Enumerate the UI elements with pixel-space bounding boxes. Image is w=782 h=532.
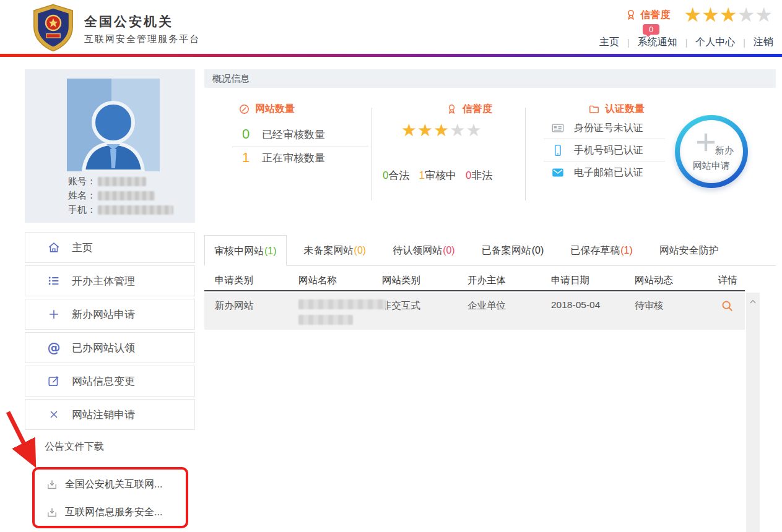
- overview-panel-title: 概况信息: [204, 69, 776, 88]
- site-header: 全国公安机关 互联网安全管理服务平台 信誉度 ★★★★★ 0 主页 | 系统通知…: [0, 0, 782, 57]
- sidebar-item-claim-site[interactable]: @ 已办网站认领: [25, 332, 195, 363]
- sidebar-item-site-cancel-apply[interactable]: 网站注销申请: [25, 399, 195, 430]
- mail-icon: [551, 166, 566, 179]
- new-site-apply-button-face: 新办 网站申请: [680, 120, 743, 183]
- at-icon: @: [46, 340, 61, 355]
- credit-stats: 0合法 1审核中 0非法: [383, 168, 492, 182]
- tab-in-review-sites[interactable]: 审核中网站(1): [204, 235, 287, 266]
- org-name: 全国公安机关: [84, 13, 200, 30]
- new-site-button-line1: 新办: [715, 145, 734, 157]
- account-label: 账号：: [68, 176, 96, 187]
- header-credit: 信誉度 ★★★★★: [625, 6, 773, 24]
- main-panel: 概况信息 网站数量 0 已经审核数量 1 正在审核数量: [204, 69, 776, 532]
- overview-section: 网站数量 0 已经审核数量 1 正在审核数量 信誉度 ★★★★★ 0合法: [204, 88, 776, 219]
- platform-title: 全国公安机关 互联网安全管理服务平台: [84, 13, 200, 45]
- col-apply-date: 申请日期: [551, 274, 635, 287]
- tab-saved-drafts[interactable]: 已保存草稿(1): [561, 235, 642, 266]
- sidebar-item-sponsor-management[interactable]: 开办主体管理: [25, 265, 195, 296]
- credit-label: 信誉度: [641, 9, 671, 22]
- nav-system-notice[interactable]: 系统通知: [638, 36, 677, 49]
- downloads-title: 公告文件下载: [45, 440, 195, 453]
- cell-sponsor: 企业单位: [467, 299, 551, 330]
- search-icon: [721, 299, 734, 313]
- cell-status: 待审核: [635, 299, 718, 330]
- reviewed-count-value: 0: [238, 126, 253, 142]
- profile-fields: 账号： 姓名： 手机：: [68, 174, 173, 217]
- close-icon: [46, 407, 61, 422]
- profile-name-row: 姓名：: [68, 189, 173, 203]
- col-site-name: 网站名称: [298, 274, 382, 287]
- sidebar-item-label: 主页: [72, 241, 93, 255]
- col-detail: 详情: [718, 274, 745, 287]
- column-divider: [371, 108, 372, 200]
- download-link-label: 全国公安机关互联网...: [65, 478, 162, 491]
- col-apply-type: 申请类别: [215, 274, 298, 287]
- col-site-status: 网站动态: [635, 274, 718, 287]
- edit-icon: [46, 374, 61, 388]
- sidebar-item-site-info-change[interactable]: 网站信息变更: [25, 366, 195, 397]
- in-review-count: 1审核中: [419, 168, 456, 182]
- nav-separator: |: [685, 38, 688, 48]
- sidebar-item-label: 已办网站认领: [72, 341, 135, 355]
- profile-account-row: 账号：: [68, 174, 173, 189]
- reviewing-count-value: 1: [238, 150, 253, 166]
- col-site-type: 网站类别: [382, 274, 467, 287]
- cell-site-name-redacted: [298, 299, 382, 330]
- name-value-redacted: [98, 191, 155, 200]
- tab-to-claim-sites[interactable]: 待认领网站(0): [383, 235, 464, 266]
- download-link-label: 互联网信息服务安全...: [65, 506, 162, 519]
- folder-icon: [588, 103, 600, 115]
- new-site-button-line2: 网站申请: [680, 160, 743, 172]
- account-value-redacted: [98, 177, 146, 186]
- cell-apply-type: 新办网站: [215, 299, 298, 330]
- id-card-cert-item: 身份证号未认证: [551, 121, 663, 135]
- cell-apply-date: 2018-05-04: [551, 299, 635, 330]
- tab-unfiled-sites[interactable]: 未备案网站(0): [295, 235, 376, 266]
- download-link-national-notice[interactable]: 全国公安机关互联网...: [46, 478, 195, 491]
- reviewed-count-row: 0 已经审核数量: [238, 126, 325, 142]
- plus-icon: [693, 130, 718, 155]
- nav-home[interactable]: 主页: [599, 36, 619, 49]
- column-divider: [525, 108, 526, 200]
- cert-item-label: 手机号码已认证: [574, 144, 643, 157]
- sidebar-menu: 主页 开办主体管理 新办网站申请 @ 已办网站认领: [25, 232, 195, 432]
- cell-site-type: 非交互式: [382, 299, 467, 330]
- nav-logout[interactable]: 注销: [754, 36, 773, 49]
- sidebar-item-label: 网站信息变更: [72, 374, 135, 388]
- credit-section-title: 信誉度: [446, 103, 492, 116]
- notification-badge[interactable]: 0: [643, 24, 659, 35]
- credit-stars: ★★★★★: [401, 120, 482, 140]
- phone-value-redacted: [98, 205, 173, 215]
- sidebar-item-label: 网站注销申请: [72, 408, 135, 422]
- pen-circle-icon: [238, 103, 250, 115]
- page: 全国公安机关 互联网安全管理服务平台 信誉度 ★★★★★ 0 主页 | 系统通知…: [0, 0, 782, 532]
- nav-personal-center[interactable]: 个人中心: [695, 36, 735, 49]
- sidebar-item-home[interactable]: 主页: [25, 232, 195, 263]
- new-site-apply-button[interactable]: 新办 网站申请: [675, 115, 748, 188]
- certification-title: 认证数量: [588, 103, 645, 116]
- credit-stars: ★★★★★: [684, 6, 773, 24]
- tab-site-security-protection[interactable]: 网站安全防护: [650, 235, 729, 266]
- site-count-divider: [232, 147, 368, 147]
- name-label: 姓名：: [68, 190, 96, 202]
- plus-icon: [46, 307, 61, 322]
- medal-icon: [625, 9, 637, 21]
- sidebar-item-new-site-apply[interactable]: 新办网站申请: [25, 299, 195, 330]
- phone-label: 手机：: [68, 204, 96, 216]
- platform-name: 互联网安全管理服务平台: [84, 33, 200, 45]
- cert-item-label: 电子邮箱已认证: [574, 166, 643, 179]
- phone-icon: [551, 144, 566, 157]
- nav-separator: |: [743, 38, 745, 48]
- sidebar-item-label: 开办主体管理: [72, 274, 135, 288]
- row-detail-search-button[interactable]: [718, 299, 745, 330]
- home-icon: [46, 240, 61, 255]
- download-link-internet-info-service[interactable]: 互联网信息服务安全...: [46, 506, 195, 519]
- scroll-up-icon[interactable]: [749, 298, 757, 306]
- top-nav: 主页 | 系统通知 | 个人中心 | 注销: [599, 36, 773, 49]
- mail-cert-item: 电子邮箱已认证: [551, 166, 663, 179]
- sidebar-item-label: 新办网站申请: [72, 307, 135, 322]
- tab-filed-sites[interactable]: 已备案网站(0): [472, 235, 554, 266]
- table-scrollbar[interactable]: [746, 293, 760, 532]
- cert-item-label: 身份证号未认证: [574, 122, 643, 135]
- download-icon: [46, 479, 58, 491]
